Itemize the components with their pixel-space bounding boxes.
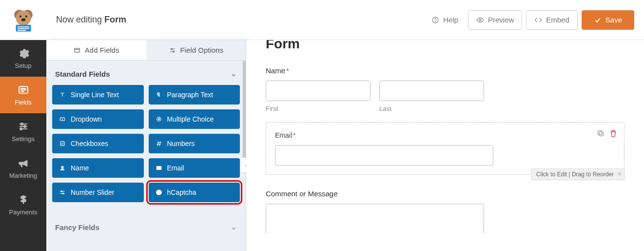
field-hcaptcha[interactable]: hCaptcha [149, 183, 240, 202]
check-icon [594, 16, 602, 24]
field-multiple-choice[interactable]: Multiple Choice [149, 109, 240, 129]
nav-setup[interactable]: Setup [0, 40, 46, 77]
field-label: Email [167, 164, 184, 172]
field-name[interactable]: Name [52, 158, 144, 178]
required-mark: * [286, 66, 289, 75]
field-grid: Single Line Text Paragraph Text Dropdown… [52, 85, 240, 202]
sublabel-first: First [266, 105, 371, 112]
hash-icon [156, 140, 162, 147]
question-icon [156, 189, 162, 196]
required-mark: * [293, 131, 295, 139]
text-icon [59, 91, 66, 98]
field-row-actions [597, 129, 617, 139]
embed-label: Embed [546, 16, 569, 24]
save-label: Save [605, 16, 622, 24]
eye-icon [476, 16, 484, 24]
gear-icon [18, 47, 29, 59]
preview-label: Preview [488, 16, 514, 24]
section-standard-label: Standard Fields [55, 70, 110, 78]
tab-field-options-label: Field Options [180, 46, 223, 54]
svg-point-18 [21, 123, 23, 125]
field-dropdown[interactable]: Dropdown [52, 109, 144, 129]
now-editing-name: Form [104, 15, 126, 24]
list-icon [18, 84, 29, 96]
comment-textarea[interactable] [266, 204, 484, 233]
help-label: Help [443, 16, 458, 24]
svg-rect-45 [599, 132, 603, 136]
svg-point-4 [25, 16, 27, 18]
field-label-comment: Comment or Message [266, 189, 624, 198]
svg-point-42 [63, 193, 64, 194]
reorder-hint-text: Click to Edit | Drag to Reorder [536, 171, 614, 178]
section-fancy-fields[interactable]: Fancy Fields ⌄ [52, 214, 240, 238]
nav-fields-label: Fields [15, 99, 32, 106]
help-icon [431, 16, 439, 24]
tab-field-options[interactable]: Field Options [146, 40, 246, 60]
svg-rect-23 [74, 48, 79, 52]
help-link[interactable]: Help [431, 16, 458, 24]
field-checkboxes[interactable]: Checkboxes [52, 134, 144, 153]
svg-rect-8 [17, 28, 29, 29]
section-standard-fields[interactable]: Standard Fields ⌄ [52, 61, 240, 85]
svg-line-35 [157, 141, 158, 146]
panel-scrollbar[interactable] [243, 61, 246, 163]
svg-point-40 [61, 191, 62, 192]
panel-tabs: Add Fields Field Options [46, 40, 246, 61]
reorder-hint[interactable]: Click to Edit | Drag to Reorder [531, 168, 625, 180]
field-label: Numbers [167, 140, 195, 147]
field-label: Paragraph Text [167, 91, 214, 99]
nav-fields[interactable]: Fields [0, 77, 46, 113]
svg-rect-9 [17, 30, 25, 31]
tab-add-fields[interactable]: Add Fields [46, 40, 146, 60]
nav-settings[interactable]: Settings [0, 113, 46, 150]
field-paragraph-text[interactable]: Paragraph Text [149, 85, 240, 105]
svg-point-37 [61, 166, 64, 168]
form-canvas: Form Name* First Last Email* Click to Ed… [246, 40, 644, 251]
first-name-input[interactable] [266, 81, 371, 101]
save-button[interactable]: Save [582, 10, 634, 30]
field-row-name[interactable]: Name* First Last [266, 66, 624, 112]
now-editing-label: Now editing Form [56, 15, 126, 25]
field-row-email[interactable]: Email* Click to Edit | Drag to Reorder [266, 122, 624, 175]
left-nav: Setup Fields Settings Marketing Payments [0, 40, 46, 251]
svg-point-5 [21, 18, 25, 21]
svg-rect-46 [598, 131, 602, 135]
paragraph-icon [156, 91, 162, 98]
field-label: hCaptcha [167, 188, 196, 196]
checkbox-icon [59, 140, 66, 147]
tab-add-fields-label: Add Fields [85, 46, 119, 54]
form-title: Form [266, 40, 624, 52]
plus-grid-icon [73, 46, 81, 54]
field-label: Name [71, 164, 89, 172]
user-icon [59, 165, 66, 171]
field-label-name: Name* [266, 66, 624, 75]
top-actions: Help Preview Embed Save [431, 10, 634, 30]
svg-point-44 [158, 193, 159, 194]
svg-point-26 [171, 48, 172, 49]
field-label: Multiple Choice [167, 115, 214, 123]
svg-point-11 [435, 21, 436, 21]
preview-button[interactable]: Preview [468, 10, 522, 30]
field-email[interactable]: Email [149, 158, 240, 178]
section-fancy-label: Fancy Fields [55, 223, 99, 231]
app-logo [0, 0, 46, 40]
nav-marketing[interactable]: Marketing [0, 150, 46, 187]
duplicate-icon[interactable] [597, 129, 605, 139]
embed-button[interactable]: Embed [526, 10, 578, 30]
field-label: Checkboxes [71, 140, 108, 147]
svg-point-28 [173, 51, 174, 52]
trash-icon[interactable] [609, 129, 617, 139]
field-single-line-text[interactable]: Single Line Text [52, 85, 144, 105]
field-label-email: Email* [275, 131, 615, 139]
svg-point-3 [19, 16, 21, 18]
top-bar: Now editing Form Help Preview Embed Save [46, 0, 644, 40]
nav-payments[interactable]: Payments [0, 187, 46, 223]
email-input[interactable] [275, 145, 493, 166]
last-name-input[interactable] [379, 81, 484, 101]
field-row-comment[interactable]: Comment or Message [266, 189, 624, 233]
sublabel-last: Last [379, 105, 484, 112]
fields-panel: Add Fields Field Options Standard Fields… [46, 40, 246, 251]
field-numbers[interactable]: Numbers [149, 134, 240, 153]
nav-marketing-label: Marketing [9, 172, 37, 179]
field-number-slider[interactable]: Number Slider [52, 183, 144, 202]
